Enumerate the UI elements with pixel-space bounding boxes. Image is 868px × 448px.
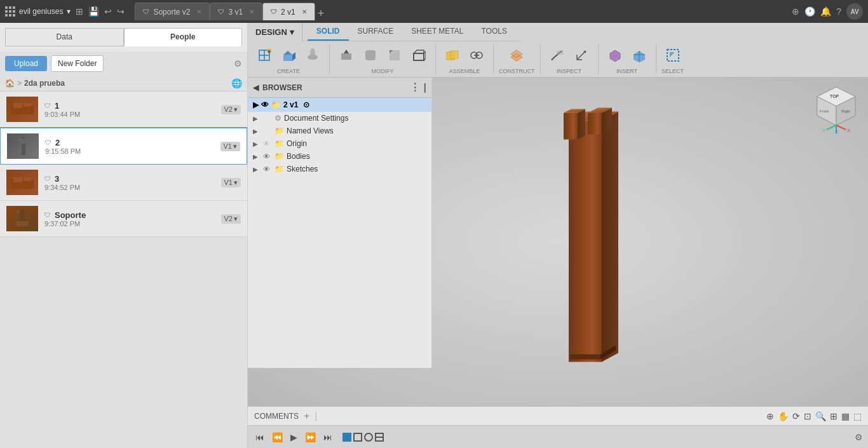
globe-icon[interactable]: 🌐 xyxy=(231,78,242,88)
close-tab-3-v1[interactable]: ✕ xyxy=(249,8,254,15)
close-tab-soporte-v2[interactable]: ✕ xyxy=(196,8,201,15)
add-comment-button[interactable]: + xyxy=(304,411,309,422)
browser-item-origin[interactable]: ▶ 👁 📁 Origin xyxy=(248,137,431,150)
tab-3-v1[interactable]: 🛡 3 v1 ✕ xyxy=(210,3,262,20)
expand-icon[interactable]: ▶ xyxy=(253,115,261,122)
file-version-badge[interactable]: V1▾ xyxy=(221,178,241,187)
home-icon[interactable]: 🏠 xyxy=(5,79,15,88)
expand-icon[interactable]: ▶ xyxy=(253,140,261,147)
tab-tools[interactable]: TOOLS xyxy=(472,23,515,41)
list-item[interactable]: 🛡 1 9:03:44 PM V2▾ xyxy=(0,92,247,128)
design-dropdown-button[interactable]: DESIGN ▾ xyxy=(248,23,302,41)
display-settings-icon[interactable]: ▦ xyxy=(841,411,850,421)
canvas-area: DESIGN ▾ SOLID SURFACE SHEET METAL TOOLS xyxy=(248,23,868,448)
offset-plane-button[interactable] xyxy=(505,44,528,67)
browser-item-doc-settings[interactable]: ▶ ⚙ Document Settings xyxy=(248,112,431,125)
expand-icon[interactable]: ▶ xyxy=(253,128,261,135)
eye-icon[interactable]: 👁 xyxy=(263,153,272,160)
bottom-toolbar: ⏮ ⏪ ▶ ⏩ ⏭ ⚙ xyxy=(248,425,868,448)
orient-icon[interactable]: ⊕ xyxy=(766,411,774,421)
toolbar-tab-bar: SOLID SURFACE SHEET METAL TOOLS xyxy=(302,23,521,41)
clock-icon[interactable]: 🕐 xyxy=(804,6,815,17)
list-item[interactable]: 🛡 3 9:34:52 PM V1▾ xyxy=(0,165,247,201)
shell-button[interactable] xyxy=(407,44,430,67)
tab-surface[interactable]: SURFACE xyxy=(349,23,403,41)
timeline-shape-2[interactable] xyxy=(353,433,362,442)
insert-group-label: INSERT xyxy=(616,68,637,74)
zoom-icon[interactable]: 🔍 xyxy=(815,411,826,421)
browser-more-icon[interactable]: ⋮ xyxy=(410,81,420,93)
create-sketch-button[interactable]: + xyxy=(253,44,276,67)
file-version-badge[interactable]: V2▾ xyxy=(221,214,241,224)
tab-solid[interactable]: SOLID xyxy=(308,23,349,41)
inspect-buttons xyxy=(546,44,593,67)
measure-button[interactable] xyxy=(546,44,569,67)
help-external-icon[interactable]: ⊕ xyxy=(792,6,799,17)
fit-icon[interactable]: ⊡ xyxy=(804,411,811,421)
expand-icon[interactable]: ▶ xyxy=(253,153,261,160)
tab-soporte-v2[interactable]: 🛡 Soporte v2 ✕ xyxy=(135,3,210,20)
upload-button[interactable]: Upload xyxy=(5,56,47,71)
browser-item-sketches[interactable]: ▶ 👁 📁 Sketches xyxy=(248,163,431,175)
browser-resize-icon[interactable]: | xyxy=(424,82,426,93)
save-icon[interactable]: 💾 xyxy=(88,6,99,17)
settings-icon[interactable]: ⚙ xyxy=(234,58,242,69)
eye-icon[interactable]: 👁 xyxy=(261,100,269,109)
navigation-cube[interactable]: TOP Front Right X Y Z xyxy=(811,84,862,135)
timeline-shape-4[interactable] xyxy=(375,433,384,442)
new-folder-button[interactable]: New Folder xyxy=(51,55,104,72)
insert-svg-button[interactable] xyxy=(628,44,651,67)
new-component-button[interactable] xyxy=(441,44,464,67)
undo-icon[interactable]: ↩ xyxy=(104,6,112,17)
user-avatar[interactable]: AV xyxy=(846,3,863,20)
tab-2-v1[interactable]: 🛡 2 v1 ✕ xyxy=(262,3,315,20)
sidebar-tab-people[interactable]: People xyxy=(124,28,243,46)
browser-active-doc[interactable]: ▶ 👁 📁 2 v1 ⊙ xyxy=(248,98,431,112)
timeline-next-button[interactable]: ⏩ xyxy=(302,431,318,444)
expand-icon[interactable]: ▶ xyxy=(253,166,261,173)
timeline-start-button[interactable]: ⏮ xyxy=(253,431,267,444)
insert-mesh-button[interactable] xyxy=(604,44,627,67)
app-menu[interactable]: evil geniuses ▾ xyxy=(5,6,71,17)
redo-icon[interactable]: ↪ xyxy=(117,6,125,17)
timeline-play-button[interactable]: ▶ xyxy=(288,431,300,444)
collapse-browser-icon[interactable]: ◀ xyxy=(253,83,259,92)
timeline-shape-3[interactable] xyxy=(364,433,373,442)
tab-3-shield-icon: 🛡 xyxy=(218,8,224,15)
chamfer-button[interactable] xyxy=(383,44,406,67)
viewport[interactable]: ◀ BROWSER ⋮ | ▶ 👁 📁 2 v1 ⊙ ▶ ⚙ xyxy=(248,78,868,406)
render-mode-icon[interactable]: ⬚ xyxy=(853,411,862,421)
new-tab-button[interactable]: + xyxy=(318,7,325,20)
extrude-button[interactable] xyxy=(277,44,300,67)
eye-icon[interactable]: 👁 xyxy=(263,165,272,173)
sidebar-tab-data[interactable]: Data xyxy=(5,28,124,46)
grid-toggle-icon[interactable]: ⊞ xyxy=(830,411,837,421)
open-files-icon[interactable]: ⊞ xyxy=(76,6,83,17)
select-button[interactable] xyxy=(661,44,684,67)
file-version-badge[interactable]: V2▾ xyxy=(221,105,241,114)
svg-marker-17 xyxy=(283,51,292,55)
browser-item-bodies[interactable]: ▶ 👁 📁 Bodies xyxy=(248,150,431,163)
timeline-end-button[interactable]: ⏭ xyxy=(321,431,335,444)
tab-sheet-metal[interactable]: SHEET METAL xyxy=(402,23,472,41)
browser-item-named-views[interactable]: ▶ 📁 Named Views xyxy=(248,125,431,137)
question-icon[interactable]: ? xyxy=(836,6,841,17)
timeline-prev-button[interactable]: ⏪ xyxy=(269,431,285,444)
press-pull-button[interactable] xyxy=(335,44,358,67)
fillet-button[interactable] xyxy=(359,44,382,67)
svg-rect-53 xyxy=(564,112,578,139)
settings-button[interactable]: ⚙ xyxy=(855,432,863,442)
eye-hidden-icon[interactable]: 👁 xyxy=(263,140,272,147)
timeline-shape-1[interactable] xyxy=(342,433,351,442)
list-item[interactable]: 🛡 2 9:15:58 PM V1▾ xyxy=(0,127,247,165)
file-version-badge[interactable]: V1▾ xyxy=(220,142,240,151)
svg-rect-9 xyxy=(16,221,29,226)
list-item[interactable]: 🛡 Soporte 9:37:02 PM V2▾ xyxy=(0,201,247,237)
orbit-icon[interactable]: ⟳ xyxy=(792,411,800,421)
pan-icon[interactable]: ✋ xyxy=(778,411,789,421)
close-tab-2-v1[interactable]: ✕ xyxy=(302,8,307,15)
bell-icon[interactable]: 🔔 xyxy=(820,6,831,17)
revolve-button[interactable] xyxy=(301,44,324,67)
joint-button[interactable] xyxy=(465,44,488,67)
inspect-arrow-button[interactable] xyxy=(570,44,593,67)
